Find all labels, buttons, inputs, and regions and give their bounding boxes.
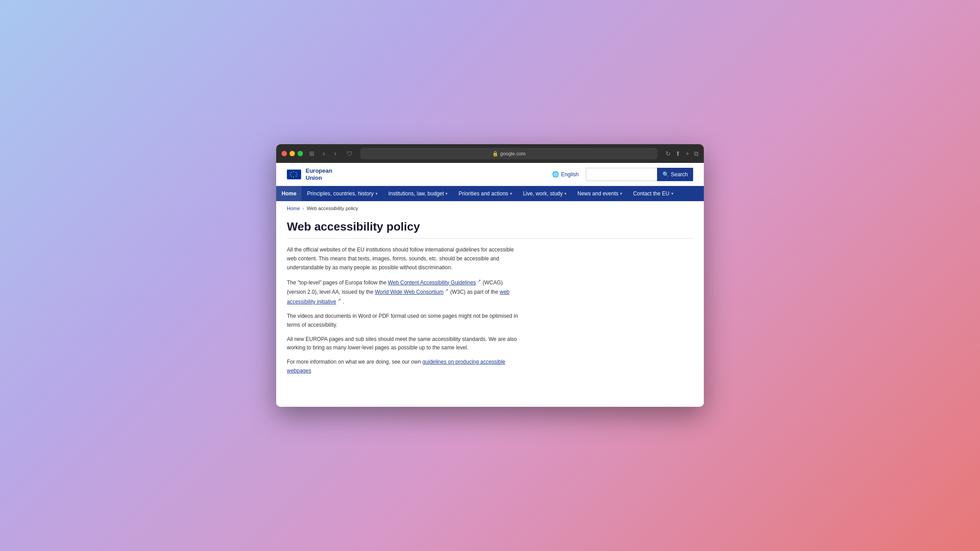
eu-flag: ★ ★ ★ ★ ★ ★ ★ ★ (287, 170, 301, 179)
paragraph-2-mid2: (W3C) as part of the (450, 289, 499, 295)
nav-principles-label: Principles, countries, history (307, 190, 373, 197)
breadcrumb-home[interactable]: Home (287, 206, 300, 211)
nav-news-label: News and events (577, 190, 618, 197)
svg-text:★: ★ (295, 175, 297, 177)
nav-item-priorities[interactable]: Priorities and actions ▾ (453, 186, 517, 201)
reload-icon[interactable]: ↻ (666, 150, 671, 157)
minimize-button[interactable] (290, 151, 295, 156)
paragraph-1: All the official websites of the EU inst… (287, 246, 523, 272)
external-link-icon: ↗ (445, 288, 449, 292)
chevron-down-icon: ▾ (376, 191, 378, 196)
chevron-down-icon: ▾ (510, 191, 512, 196)
back-icon[interactable]: ‹ (319, 150, 329, 158)
chevron-down-icon: ▾ (671, 191, 674, 196)
w3c-link[interactable]: World Wide Web Consortium (375, 289, 443, 295)
nav-item-home[interactable]: Home (276, 186, 302, 201)
svg-text:★: ★ (293, 176, 294, 178)
breadcrumb: Home › Web accessibility policy (276, 201, 704, 215)
paragraph-5: For more information on what we are doin… (287, 358, 523, 376)
forward-icon[interactable]: › (331, 150, 340, 158)
traffic-lights (282, 151, 303, 156)
search-button[interactable]: 🔍 Search (657, 168, 693, 181)
tab-overview-icon[interactable]: ⧉ (694, 150, 698, 158)
globe-icon: 🌐 (552, 171, 559, 178)
eu-logo-text: European Union (306, 167, 332, 181)
chevron-down-icon: ▾ (620, 191, 622, 196)
page-title: Web accessibility policy (287, 220, 693, 234)
nav-item-institutions[interactable]: Institutions, law, budget ▾ (383, 186, 453, 201)
chevron-down-icon: ▾ (564, 191, 567, 196)
paragraph-2-end: . (343, 299, 344, 305)
search-icon: 🔍 (662, 171, 669, 178)
search-button-label: Search (671, 171, 688, 178)
eu-logo[interactable]: ★ ★ ★ ★ ★ ★ ★ ★ European Union (287, 167, 332, 181)
language-selector[interactable]: 🌐 English (552, 171, 579, 178)
nav-item-live[interactable]: Live, work, study ▾ (518, 186, 572, 201)
nav-contact-label: Contact the EU (633, 190, 669, 197)
site-header: ★ ★ ★ ★ ★ ★ ★ ★ European Union (276, 163, 704, 186)
language-label: English (561, 171, 579, 178)
share-icon[interactable]: ⬆ (675, 150, 681, 157)
eu-name-line2: Union (306, 174, 332, 182)
chevron-down-icon: ▾ (445, 191, 448, 196)
close-button[interactable] (282, 151, 287, 156)
nav-home-label: Home (282, 190, 296, 197)
url-text: google.com (500, 151, 526, 156)
paragraph-2: The "top-level" pages of Europa follow t… (287, 278, 523, 307)
search-bar: 🔍 Search (586, 168, 693, 181)
new-tab-icon[interactable]: ＋ (684, 150, 690, 158)
nav-live-label: Live, work, study (523, 190, 563, 197)
lock-icon: 🔒 (492, 151, 498, 157)
paragraph-3: The videos and documents in Word or PDF … (287, 312, 523, 330)
breadcrumb-separator: › (302, 206, 304, 211)
nav-item-principles[interactable]: Principles, countries, history ▾ (302, 186, 383, 201)
browser-actions: ⬆ ＋ ⧉ (675, 150, 698, 158)
site-main: Home › Web accessibility policy Web acce… (276, 201, 704, 407)
external-link-icon: ↗ (338, 298, 341, 302)
title-divider (287, 238, 693, 239)
paragraph-4: All new EUROPA pages and sub sites shoul… (287, 335, 523, 353)
browser-chrome: ⊞ ‹ › 🛡 🔒 google.com ↻ ⬆ ＋ ⧉ (276, 144, 704, 163)
svg-text:★: ★ (293, 170, 294, 173)
search-input[interactable] (586, 168, 657, 181)
wcag-link[interactable]: Web Content Accessibility Guidelines (388, 280, 476, 286)
nav-priorities-label: Priorities and actions (458, 190, 508, 197)
nav-buttons: ‹ › (319, 150, 340, 158)
site-nav: Home Principles, countries, history ▾ In… (276, 186, 704, 201)
breadcrumb-current: Web accessibility policy (307, 206, 358, 211)
header-right: 🌐 English 🔍 Search (552, 168, 693, 181)
content-area: Web accessibility policy All the officia… (276, 215, 704, 390)
paragraph-5-pre: For more information on what we are doin… (287, 359, 421, 365)
website-content: ★ ★ ★ ★ ★ ★ ★ ★ European Union (276, 163, 704, 407)
shield-icon: 🛡 (347, 150, 352, 157)
external-link-icon: ↗ (478, 279, 481, 283)
browser-window: ⊞ ‹ › 🛡 🔒 google.com ↻ ⬆ ＋ ⧉ (276, 144, 704, 407)
eu-name-line1: European (306, 167, 332, 174)
paragraph-2-pre: The "top-level" pages of Europa follow t… (287, 280, 386, 286)
sidebar-toggle-icon[interactable]: ⊞ (309, 150, 314, 157)
svg-text:★: ★ (290, 171, 292, 174)
maximize-button[interactable] (298, 151, 303, 156)
nav-institutions-label: Institutions, law, budget (388, 190, 444, 197)
nav-item-news[interactable]: News and events ▾ (572, 186, 628, 201)
nav-item-contact[interactable]: Contact the EU ▾ (628, 186, 678, 201)
address-bar[interactable]: 🔒 google.com (360, 148, 657, 159)
